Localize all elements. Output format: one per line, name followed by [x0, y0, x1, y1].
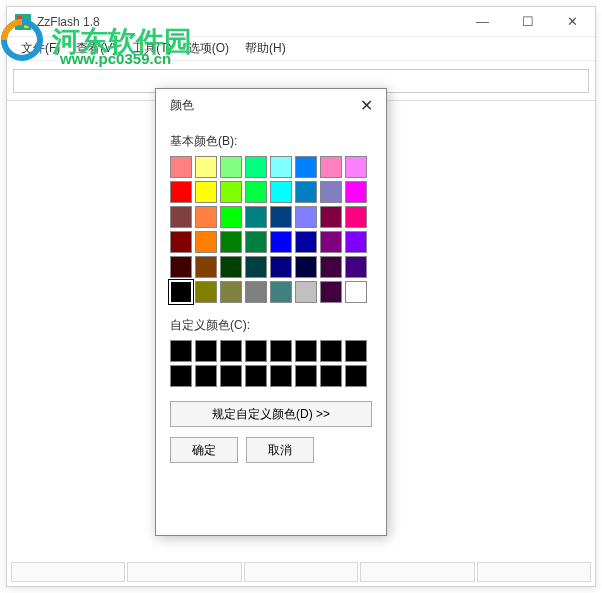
status-cell	[360, 562, 474, 582]
custom-color-swatch[interactable]	[220, 365, 242, 387]
color-swatch[interactable]	[345, 281, 367, 303]
custom-colors-grid	[170, 340, 372, 387]
color-swatch[interactable]	[170, 181, 192, 203]
titlebar: ZzFlash 1.8 — ☐ ✕	[7, 7, 595, 37]
color-swatch[interactable]	[295, 156, 317, 178]
custom-color-swatch[interactable]	[320, 365, 342, 387]
color-swatch[interactable]	[320, 231, 342, 253]
basic-colors-label: 基本颜色(B):	[170, 133, 372, 150]
custom-color-swatch[interactable]	[220, 340, 242, 362]
custom-color-swatch[interactable]	[295, 340, 317, 362]
menu-file[interactable]: 文件(F)	[13, 38, 68, 59]
color-swatch[interactable]	[345, 206, 367, 228]
dialog-titlebar: 颜色 ✕	[156, 89, 386, 121]
color-swatch[interactable]	[270, 256, 292, 278]
color-swatch[interactable]	[345, 181, 367, 203]
custom-color-swatch[interactable]	[345, 340, 367, 362]
color-swatch[interactable]	[170, 231, 192, 253]
status-cell	[11, 562, 125, 582]
color-swatch[interactable]	[245, 206, 267, 228]
dialog-title: 颜色	[170, 97, 354, 114]
custom-color-swatch[interactable]	[170, 340, 192, 362]
close-button[interactable]: ✕	[550, 7, 595, 37]
color-swatch[interactable]	[295, 231, 317, 253]
color-swatch[interactable]	[195, 206, 217, 228]
cancel-button[interactable]: 取消	[246, 437, 314, 463]
custom-color-swatch[interactable]	[295, 365, 317, 387]
custom-color-swatch[interactable]	[245, 340, 267, 362]
color-swatch[interactable]	[320, 156, 342, 178]
color-swatch[interactable]	[170, 281, 192, 303]
custom-color-swatch[interactable]	[320, 340, 342, 362]
custom-colors-label: 自定义颜色(C):	[170, 317, 372, 334]
color-swatch[interactable]	[320, 281, 342, 303]
color-swatch[interactable]	[195, 281, 217, 303]
status-cell	[477, 562, 591, 582]
color-swatch[interactable]	[270, 181, 292, 203]
custom-color-swatch[interactable]	[270, 365, 292, 387]
color-swatch[interactable]	[245, 181, 267, 203]
svg-rect-3	[24, 23, 29, 28]
color-swatch[interactable]	[245, 256, 267, 278]
color-swatch[interactable]	[295, 256, 317, 278]
color-swatch[interactable]	[295, 281, 317, 303]
custom-color-swatch[interactable]	[195, 340, 217, 362]
color-swatch[interactable]	[270, 231, 292, 253]
color-swatch[interactable]	[220, 156, 242, 178]
color-swatch[interactable]	[195, 156, 217, 178]
color-swatch[interactable]	[295, 206, 317, 228]
menu-view[interactable]: 查看(V)	[68, 38, 124, 59]
color-swatch[interactable]	[220, 181, 242, 203]
basic-colors-grid	[170, 156, 372, 303]
window-title: ZzFlash 1.8	[37, 15, 460, 29]
color-swatch[interactable]	[270, 281, 292, 303]
color-swatch[interactable]	[245, 231, 267, 253]
app-icon	[15, 14, 31, 30]
menu-options[interactable]: 选项(O)	[180, 38, 237, 59]
status-bar	[11, 562, 591, 582]
color-swatch[interactable]	[320, 206, 342, 228]
color-swatch[interactable]	[220, 281, 242, 303]
color-swatch[interactable]	[220, 206, 242, 228]
color-swatch[interactable]	[345, 256, 367, 278]
menu-help[interactable]: 帮助(H)	[237, 38, 294, 59]
color-swatch[interactable]	[345, 231, 367, 253]
custom-color-swatch[interactable]	[195, 365, 217, 387]
window-controls: — ☐ ✕	[460, 7, 595, 37]
color-swatch[interactable]	[245, 281, 267, 303]
menu-tools[interactable]: 工具(T)	[124, 38, 179, 59]
custom-color-swatch[interactable]	[245, 365, 267, 387]
color-swatch[interactable]	[220, 231, 242, 253]
status-cell	[244, 562, 358, 582]
status-cell	[127, 562, 241, 582]
color-swatch[interactable]	[195, 181, 217, 203]
color-swatch[interactable]	[270, 156, 292, 178]
color-swatch[interactable]	[245, 156, 267, 178]
ok-button[interactable]: 确定	[170, 437, 238, 463]
custom-color-swatch[interactable]	[270, 340, 292, 362]
color-swatch[interactable]	[320, 256, 342, 278]
color-swatch[interactable]	[345, 156, 367, 178]
color-dialog: 颜色 ✕ 基本颜色(B): 自定义颜色(C): 规定自定义颜色(D) >> 确定…	[155, 88, 387, 536]
color-swatch[interactable]	[295, 181, 317, 203]
maximize-button[interactable]: ☐	[505, 7, 550, 37]
svg-rect-2	[17, 16, 22, 21]
color-swatch[interactable]	[170, 206, 192, 228]
dialog-close-icon[interactable]: ✕	[354, 93, 378, 117]
color-swatch[interactable]	[170, 256, 192, 278]
custom-color-swatch[interactable]	[170, 365, 192, 387]
color-swatch[interactable]	[195, 231, 217, 253]
minimize-button[interactable]: —	[460, 7, 505, 37]
color-swatch[interactable]	[220, 256, 242, 278]
menubar: 文件(F) 查看(V) 工具(T) 选项(O) 帮助(H)	[7, 37, 595, 61]
define-custom-colors-button[interactable]: 规定自定义颜色(D) >>	[170, 401, 372, 427]
color-swatch[interactable]	[170, 156, 192, 178]
custom-color-swatch[interactable]	[345, 365, 367, 387]
color-swatch[interactable]	[320, 181, 342, 203]
color-swatch[interactable]	[195, 256, 217, 278]
color-swatch[interactable]	[270, 206, 292, 228]
